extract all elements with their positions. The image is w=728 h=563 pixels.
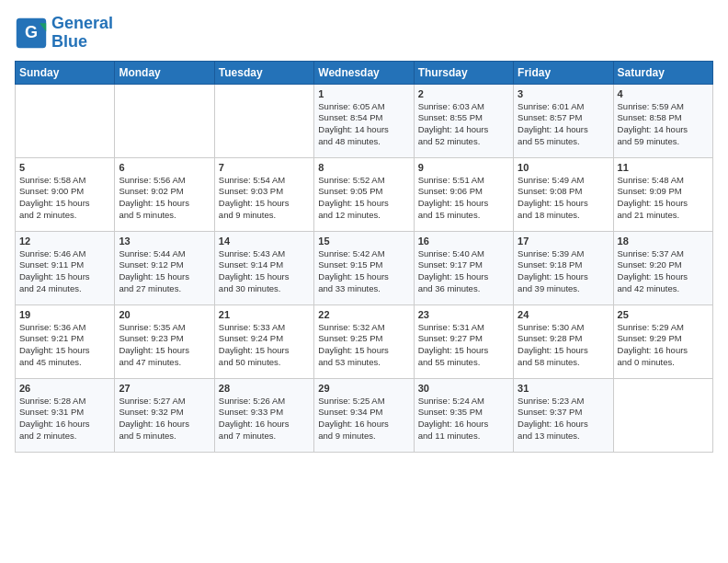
day-info: Sunrise: 5:23 AM Sunset: 9:37 PM Dayligh… <box>518 396 609 442</box>
day-number: 6 <box>119 162 210 173</box>
header-tuesday: Tuesday <box>214 61 313 84</box>
logo: G General Blue <box>15 15 113 52</box>
day-info: Sunrise: 6:05 AM Sunset: 8:54 PM Dayligh… <box>318 101 409 148</box>
calendar-cell: 17Sunrise: 5:39 AM Sunset: 9:18 PM Dayli… <box>514 231 613 304</box>
day-info: Sunrise: 5:39 AM Sunset: 9:18 PM Dayligh… <box>518 248 609 295</box>
week-row-4: 19Sunrise: 5:36 AM Sunset: 9:21 PM Dayli… <box>16 304 713 378</box>
day-number: 30 <box>418 383 509 394</box>
calendar-cell: 26Sunrise: 5:28 AM Sunset: 9:31 PM Dayli… <box>16 378 115 452</box>
header-friday: Friday <box>514 61 613 84</box>
day-number: 10 <box>518 162 609 173</box>
day-number: 23 <box>418 309 509 320</box>
day-number: 27 <box>119 383 210 394</box>
day-number: 1 <box>318 88 409 99</box>
calendar-cell: 20Sunrise: 5:35 AM Sunset: 9:23 PM Dayli… <box>115 304 214 378</box>
calendar-cell: 21Sunrise: 5:33 AM Sunset: 9:24 PM Dayli… <box>214 304 313 378</box>
day-info: Sunrise: 5:52 AM Sunset: 9:05 PM Dayligh… <box>318 175 409 222</box>
day-info: Sunrise: 5:58 AM Sunset: 9:00 PM Dayligh… <box>19 175 110 222</box>
day-number: 31 <box>518 383 609 394</box>
week-row-3: 12Sunrise: 5:46 AM Sunset: 9:11 PM Dayli… <box>16 231 713 304</box>
day-info: Sunrise: 6:03 AM Sunset: 8:55 PM Dayligh… <box>418 101 509 148</box>
calendar-cell: 18Sunrise: 5:37 AM Sunset: 9:20 PM Dayli… <box>613 231 712 304</box>
calendar-header-row: SundayMondayTuesdayWednesdayThursdayFrid… <box>16 61 713 84</box>
day-info: Sunrise: 5:35 AM Sunset: 9:23 PM Dayligh… <box>119 322 210 369</box>
calendar-cell: 7Sunrise: 5:54 AM Sunset: 9:03 PM Daylig… <box>214 157 313 231</box>
calendar-cell: 10Sunrise: 5:49 AM Sunset: 9:08 PM Dayli… <box>514 157 613 231</box>
day-info: Sunrise: 5:37 AM Sunset: 9:20 PM Dayligh… <box>618 248 709 295</box>
calendar-cell: 4Sunrise: 5:59 AM Sunset: 8:58 PM Daylig… <box>613 84 712 157</box>
day-number: 24 <box>518 309 609 320</box>
calendar-cell: 5Sunrise: 5:58 AM Sunset: 9:00 PM Daylig… <box>16 157 115 231</box>
calendar-cell <box>214 84 313 157</box>
calendar-cell: 30Sunrise: 5:24 AM Sunset: 9:35 PM Dayli… <box>414 378 513 452</box>
day-number: 26 <box>19 383 110 394</box>
day-info: Sunrise: 5:28 AM Sunset: 9:31 PM Dayligh… <box>19 396 110 442</box>
calendar-cell: 24Sunrise: 5:30 AM Sunset: 9:28 PM Dayli… <box>514 304 613 378</box>
header-wednesday: Wednesday <box>314 61 414 84</box>
logo-text-line1: General <box>51 15 113 33</box>
day-number: 25 <box>618 309 709 320</box>
day-info: Sunrise: 5:48 AM Sunset: 9:09 PM Dayligh… <box>618 175 709 222</box>
day-info: Sunrise: 5:51 AM Sunset: 9:06 PM Dayligh… <box>418 175 509 222</box>
calendar-cell: 23Sunrise: 5:31 AM Sunset: 9:27 PM Dayli… <box>414 304 513 378</box>
logo-icon: G <box>15 17 48 50</box>
day-number: 4 <box>618 88 709 99</box>
day-number: 14 <box>219 236 310 247</box>
page-header: G General Blue <box>15 15 713 52</box>
day-number: 22 <box>318 309 409 320</box>
week-row-1: 1Sunrise: 6:05 AM Sunset: 8:54 PM Daylig… <box>16 84 713 157</box>
day-info: Sunrise: 5:49 AM Sunset: 9:08 PM Dayligh… <box>518 175 609 222</box>
day-info: Sunrise: 5:56 AM Sunset: 9:02 PM Dayligh… <box>119 175 210 222</box>
calendar-cell: 31Sunrise: 5:23 AM Sunset: 9:37 PM Dayli… <box>514 378 613 452</box>
week-row-2: 5Sunrise: 5:58 AM Sunset: 9:00 PM Daylig… <box>16 157 713 231</box>
day-info: Sunrise: 5:29 AM Sunset: 9:29 PM Dayligh… <box>618 322 709 369</box>
day-info: Sunrise: 5:26 AM Sunset: 9:33 PM Dayligh… <box>219 396 310 442</box>
calendar-cell: 2Sunrise: 6:03 AM Sunset: 8:55 PM Daylig… <box>414 84 513 157</box>
calendar-cell: 9Sunrise: 5:51 AM Sunset: 9:06 PM Daylig… <box>414 157 513 231</box>
svg-text:G: G <box>25 23 38 41</box>
day-number: 13 <box>119 236 210 247</box>
calendar-cell: 25Sunrise: 5:29 AM Sunset: 9:29 PM Dayli… <box>613 304 712 378</box>
calendar-cell: 14Sunrise: 5:43 AM Sunset: 9:14 PM Dayli… <box>214 231 313 304</box>
calendar-cell: 15Sunrise: 5:42 AM Sunset: 9:15 PM Dayli… <box>314 231 414 304</box>
day-info: Sunrise: 5:30 AM Sunset: 9:28 PM Dayligh… <box>518 322 609 369</box>
day-info: Sunrise: 5:33 AM Sunset: 9:24 PM Dayligh… <box>219 322 310 369</box>
day-number: 9 <box>418 162 509 173</box>
day-number: 11 <box>618 162 709 173</box>
day-number: 5 <box>19 162 110 173</box>
day-number: 20 <box>119 309 210 320</box>
day-number: 29 <box>318 383 409 394</box>
header-monday: Monday <box>115 61 214 84</box>
day-info: Sunrise: 5:54 AM Sunset: 9:03 PM Dayligh… <box>219 175 310 222</box>
calendar-cell: 8Sunrise: 5:52 AM Sunset: 9:05 PM Daylig… <box>314 157 414 231</box>
calendar-cell <box>16 84 115 157</box>
day-number: 16 <box>418 236 509 247</box>
day-number: 3 <box>518 88 609 99</box>
day-number: 18 <box>618 236 709 247</box>
day-info: Sunrise: 5:32 AM Sunset: 9:25 PM Dayligh… <box>318 322 409 369</box>
week-row-5: 26Sunrise: 5:28 AM Sunset: 9:31 PM Dayli… <box>16 378 713 452</box>
day-number: 12 <box>19 236 110 247</box>
calendar-cell: 29Sunrise: 5:25 AM Sunset: 9:34 PM Dayli… <box>314 378 414 452</box>
logo-text-line2: Blue <box>51 33 113 52</box>
day-info: Sunrise: 5:24 AM Sunset: 9:35 PM Dayligh… <box>418 396 509 442</box>
calendar-cell: 12Sunrise: 5:46 AM Sunset: 9:11 PM Dayli… <box>16 231 115 304</box>
day-info: Sunrise: 5:25 AM Sunset: 9:34 PM Dayligh… <box>318 396 409 442</box>
calendar-cell <box>115 84 214 157</box>
day-number: 15 <box>318 236 409 247</box>
day-info: Sunrise: 6:01 AM Sunset: 8:57 PM Dayligh… <box>518 101 609 148</box>
day-info: Sunrise: 5:44 AM Sunset: 9:12 PM Dayligh… <box>119 248 210 295</box>
day-number: 2 <box>418 88 509 99</box>
calendar-cell: 22Sunrise: 5:32 AM Sunset: 9:25 PM Dayli… <box>314 304 414 378</box>
calendar-cell <box>613 378 712 452</box>
calendar-cell: 6Sunrise: 5:56 AM Sunset: 9:02 PM Daylig… <box>115 157 214 231</box>
day-number: 28 <box>219 383 310 394</box>
day-info: Sunrise: 5:43 AM Sunset: 9:14 PM Dayligh… <box>219 248 310 295</box>
header-saturday: Saturday <box>613 61 712 84</box>
calendar-cell: 16Sunrise: 5:40 AM Sunset: 9:17 PM Dayli… <box>414 231 513 304</box>
calendar-cell: 1Sunrise: 6:05 AM Sunset: 8:54 PM Daylig… <box>314 84 414 157</box>
day-number: 21 <box>219 309 310 320</box>
day-number: 19 <box>19 309 110 320</box>
day-info: Sunrise: 5:27 AM Sunset: 9:32 PM Dayligh… <box>119 396 210 442</box>
day-number: 17 <box>518 236 609 247</box>
